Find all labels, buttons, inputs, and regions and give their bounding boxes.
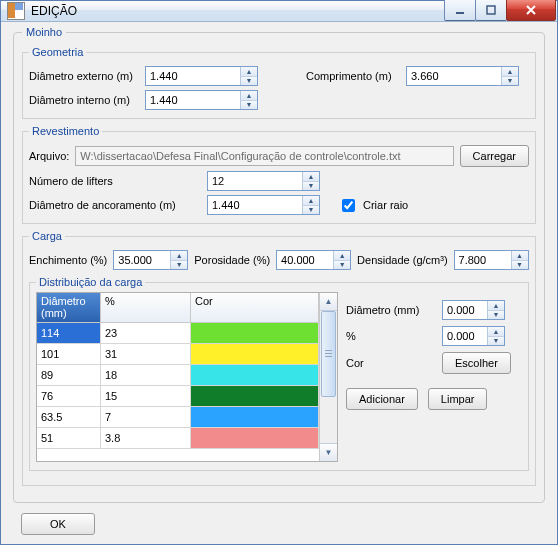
- spin-up-icon[interactable]: ▲: [171, 251, 187, 261]
- group-carga: Carga Enchimento (%) ▲▼ Porosidade (%) ▲…: [22, 230, 536, 486]
- scroll-thumb[interactable]: [321, 311, 336, 397]
- th-diametro[interactable]: Diâmetro (mm): [37, 293, 101, 323]
- spin-up-icon[interactable]: ▲: [303, 172, 319, 182]
- cell-cor[interactable]: [191, 407, 319, 428]
- label-side-pct: %: [346, 330, 436, 342]
- minimize-button[interactable]: [444, 0, 476, 21]
- label-diam-int: Diâmetro interno (m): [29, 94, 139, 106]
- spin-up-icon[interactable]: ▲: [303, 196, 319, 206]
- spin-num-lifters[interactable]: ▲▼: [207, 171, 320, 191]
- spin-up-icon[interactable]: ▲: [241, 67, 257, 77]
- input-side-diam[interactable]: [443, 301, 487, 319]
- input-diam-ext[interactable]: [146, 67, 240, 85]
- cell-diametro[interactable]: 76: [37, 386, 101, 407]
- spin-side-diam[interactable]: ▲▼: [442, 300, 505, 320]
- input-enchimento[interactable]: [114, 251, 170, 269]
- spin-side-pct[interactable]: ▲▼: [442, 326, 505, 346]
- limpar-button[interactable]: Limpar: [428, 388, 488, 410]
- color-swatch: [191, 386, 318, 406]
- spin-down-icon[interactable]: ▼: [512, 261, 528, 270]
- cell-cor[interactable]: [191, 386, 319, 407]
- cell-pct[interactable]: 31: [101, 344, 191, 365]
- adicionar-button[interactable]: Adicionar: [346, 388, 418, 410]
- spin-down-icon[interactable]: ▼: [171, 261, 187, 270]
- spin-diam-ancor[interactable]: ▲▼: [207, 195, 320, 215]
- input-densidade[interactable]: [455, 251, 511, 269]
- cell-pct[interactable]: 15: [101, 386, 191, 407]
- cell-cor[interactable]: [191, 344, 319, 365]
- cell-diametro[interactable]: 101: [37, 344, 101, 365]
- cell-diametro[interactable]: 63.5: [37, 407, 101, 428]
- input-diam-ancor[interactable]: [208, 196, 302, 214]
- label-side-diam: Diâmetro (mm): [346, 304, 436, 316]
- input-arquivo[interactable]: [75, 146, 453, 166]
- spin-down-icon[interactable]: ▼: [502, 77, 518, 86]
- input-num-lifters[interactable]: [208, 172, 302, 190]
- table-scrollbar[interactable]: ▲ ▼: [319, 293, 337, 461]
- spin-down-icon[interactable]: ▼: [488, 311, 504, 320]
- app-icon: [7, 2, 25, 20]
- spin-porosidade[interactable]: ▲▼: [276, 250, 351, 270]
- group-revestimento: Revestimento Arquivo: Carregar Número de…: [22, 125, 536, 224]
- cell-diametro[interactable]: 51: [37, 428, 101, 449]
- cell-pct[interactable]: 3.8: [101, 428, 191, 449]
- maximize-button[interactable]: [475, 0, 507, 21]
- spin-densidade[interactable]: ▲▼: [454, 250, 529, 270]
- input-diam-int[interactable]: [146, 91, 240, 109]
- titlebar[interactable]: EDIÇÃO: [1, 1, 557, 22]
- checkbox-criar-raio[interactable]: [342, 199, 355, 212]
- cell-pct[interactable]: 23: [101, 323, 191, 344]
- spin-comprimento[interactable]: ▲▼: [406, 66, 519, 86]
- carregar-button[interactable]: Carregar: [460, 145, 529, 167]
- label-porosidade: Porosidade (%): [194, 254, 270, 266]
- spin-up-icon[interactable]: ▲: [502, 67, 518, 77]
- color-swatch: [191, 323, 318, 343]
- table-distribuicao[interactable]: Diâmetro (mm) % Cor 11423101318918761563…: [36, 292, 338, 462]
- label-arquivo: Arquivo:: [29, 150, 69, 162]
- color-swatch: [191, 428, 318, 448]
- spin-down-icon[interactable]: ▼: [303, 182, 319, 191]
- th-pct[interactable]: %: [101, 293, 191, 323]
- table-row[interactable]: 63.57: [37, 407, 319, 428]
- side-panel: Diâmetro (mm) ▲▼ % ▲▼: [346, 292, 522, 410]
- client-area: Moinho Geometria Diâmetro externo (m) ▲▼…: [1, 22, 557, 545]
- spin-diam-int[interactable]: ▲▼: [145, 90, 258, 110]
- table-row[interactable]: 11423: [37, 323, 319, 344]
- close-button[interactable]: [506, 0, 556, 21]
- cell-pct[interactable]: 7: [101, 407, 191, 428]
- table-row[interactable]: 513.8: [37, 428, 319, 449]
- scroll-up-icon[interactable]: ▲: [320, 293, 337, 311]
- cell-diametro[interactable]: 114: [37, 323, 101, 344]
- input-porosidade[interactable]: [277, 251, 333, 269]
- spin-up-icon[interactable]: ▲: [488, 301, 504, 311]
- cell-cor[interactable]: [191, 323, 319, 344]
- color-swatch: [191, 407, 318, 427]
- input-comprimento[interactable]: [407, 67, 501, 85]
- spin-up-icon[interactable]: ▲: [512, 251, 528, 261]
- spin-up-icon[interactable]: ▲: [334, 251, 350, 261]
- table-row[interactable]: 10131: [37, 344, 319, 365]
- table-row[interactable]: 7615: [37, 386, 319, 407]
- th-cor[interactable]: Cor: [191, 293, 319, 323]
- scroll-down-icon[interactable]: ▼: [320, 443, 337, 461]
- spin-down-icon[interactable]: ▼: [241, 77, 257, 86]
- cell-cor[interactable]: [191, 428, 319, 449]
- cell-diametro[interactable]: 89: [37, 365, 101, 386]
- spin-up-icon[interactable]: ▲: [488, 327, 504, 337]
- spin-down-icon[interactable]: ▼: [488, 337, 504, 346]
- spin-down-icon[interactable]: ▼: [303, 206, 319, 215]
- spin-down-icon[interactable]: ▼: [334, 261, 350, 270]
- legend-geometria: Geometria: [29, 46, 86, 58]
- spin-up-icon[interactable]: ▲: [241, 91, 257, 101]
- cell-pct[interactable]: 18: [101, 365, 191, 386]
- spin-enchimento[interactable]: ▲▼: [113, 250, 188, 270]
- ok-button[interactable]: OK: [21, 513, 95, 535]
- escolher-button[interactable]: Escolher: [442, 352, 511, 374]
- group-moinho: Moinho Geometria Diâmetro externo (m) ▲▼…: [13, 26, 545, 503]
- legend-moinho: Moinho: [22, 26, 66, 38]
- spin-down-icon[interactable]: ▼: [241, 101, 257, 110]
- input-side-pct[interactable]: [443, 327, 487, 345]
- cell-cor[interactable]: [191, 365, 319, 386]
- table-row[interactable]: 8918: [37, 365, 319, 386]
- spin-diam-ext[interactable]: ▲▼: [145, 66, 258, 86]
